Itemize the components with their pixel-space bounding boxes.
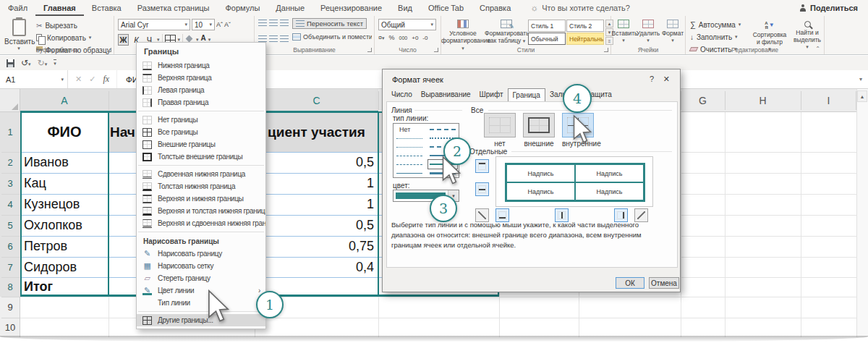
share-button[interactable]: Поделиться [799,4,858,12]
menu-item[interactable]: Нижняя граница [137,59,265,72]
row-header-5[interactable]: 5 [0,215,20,236]
bold-button[interactable]: Ж [118,34,129,46]
style-item[interactable]: Стиль 1 [528,20,566,32]
tab-review[interactable]: Рецензирование [312,0,390,16]
line-style-none[interactable]: Нет [395,125,424,134]
tab-view[interactable]: Вид [390,0,420,16]
copy-button[interactable]: Копировать▾ [36,33,111,43]
save-icon[interactable] [7,59,14,67]
style-item-neutral[interactable]: Нейтральный [566,33,604,45]
menu-item[interactable]: Верхняя и сдвоенная нижняя границы [137,217,265,229]
align-center-icon[interactable] [269,35,278,43]
tab-insert[interactable]: Вставка [84,0,129,16]
align-right-icon[interactable] [280,35,289,43]
shrink-font-button[interactable]: Аˇ [224,21,231,28]
preset-none-button[interactable] [484,113,516,137]
merge-center-button[interactable]: Объединить и поместить в центре▾ [292,33,372,41]
name-box[interactable]: A1▾ [0,70,68,88]
row-header-7[interactable]: 7 [0,257,20,277]
cancel-button[interactable]: Отмена [649,277,679,289]
close-icon[interactable]: ✕ [663,75,670,84]
menu-item[interactable]: Все границы [137,126,265,138]
dialog-launcher-icon[interactable] [367,48,372,52]
font-name-combo[interactable]: Arial Cyr▾ [118,19,190,30]
dialog-tab-font[interactable]: Шрифт [475,88,508,102]
menu-item[interactable]: Цвет линии› [137,284,265,297]
menu-item[interactable]: Нарисовать границу [137,247,265,260]
menu-item[interactable]: Стереть границу [137,272,265,284]
row-header-2[interactable]: 2 [0,152,20,173]
increase-decimal-button[interactable]: +0 [412,35,418,41]
menu-item[interactable]: Толстые внешние границы [137,151,265,163]
decrease-decimal-button[interactable]: -0 [422,35,427,41]
dialog-tab-number[interactable]: Число [387,88,417,102]
tab-file[interactable]: Файл [0,0,35,16]
grow-font-button[interactable]: Аˆ [216,21,223,28]
tell-me-box[interactable]: ☼Что вы хотите сделать? [530,3,630,13]
line-style-option[interactable] [395,169,424,177]
redo-icon[interactable]: ↻▾ [38,58,48,68]
row-header-8[interactable]: 8 [0,277,20,297]
scroll-up-icon[interactable]: ▲ [857,90,867,102]
font-size-combo[interactable]: 10▾ [192,19,215,30]
menu-item[interactable]: Верхняя граница [137,72,265,84]
align-top-icon[interactable] [258,20,267,27]
number-format-combo[interactable]: Общий▾ [378,19,436,30]
format-as-table-button[interactable]: ✎ Форматировать как таблицу ▾ [485,16,528,45]
ok-button[interactable]: ОК [616,277,644,289]
style-item-current[interactable]: Обычный [528,33,566,45]
insert-function-icon[interactable]: fx [103,74,109,85]
align-middle-icon[interactable] [269,20,278,27]
tab-help[interactable]: Справка [472,0,519,16]
menu-item[interactable]: Сдвоенная нижняя граница [137,168,265,180]
dialog-launcher-icon[interactable] [604,48,608,52]
tab-home[interactable]: Главная [35,0,84,16]
menu-item[interactable]: Толстая нижняя граница [137,180,265,192]
vertical-scrollbar[interactable] [856,89,868,337]
line-style-option[interactable] [428,125,457,134]
row-header-6[interactable]: 6 [0,236,20,257]
dialog-tab-border[interactable]: Граница [508,88,545,102]
menu-item[interactable]: Нет границы [137,114,265,126]
dialog-launcher-icon[interactable] [107,48,111,52]
cut-button[interactable]: ✂Вырезать [36,20,111,30]
collapse-ribbon-icon[interactable]: ⌃ [815,46,820,52]
menu-item[interactable]: Левая граница [137,84,265,96]
customize-toolbar-icon[interactable]: ▾ [54,59,56,67]
align-bottom-icon[interactable] [280,20,289,27]
fill-button[interactable]: ↓Заполнить▾ [690,32,741,42]
tab-office-tab[interactable]: Office Tab [420,0,472,16]
wrap-text-button[interactable]: Переносить текст [292,18,367,29]
line-style-option[interactable] [395,134,424,143]
currency-format-button[interactable]: ¤▾ [378,34,385,41]
row-header-10[interactable]: 10 [0,318,20,337]
tab-formulas[interactable]: Формулы [217,0,268,16]
undo-icon[interactable]: ↺▾ [21,58,31,68]
cancel-entry-icon[interactable]: ✕ [75,75,82,84]
menu-item[interactable]: Верхняя и толстая нижняя границы [137,205,265,217]
help-icon[interactable]: ? [650,75,654,83]
menu-item[interactable]: Внешние границы [137,138,265,151]
menu-item[interactable]: Другие границы... [137,314,265,326]
tab-data[interactable]: Данные [268,0,312,16]
row-header-4[interactable]: 4 [0,194,20,215]
tab-page-layout[interactable]: Разметка страницы [129,0,218,16]
border-top-toggle[interactable] [475,159,489,173]
row-header-9[interactable]: 9 [0,297,20,318]
line-style-option[interactable] [395,143,424,151]
menu-item[interactable]: Тип линии› [137,297,265,309]
style-item[interactable]: Стиль 2 [566,20,604,32]
row-header-3[interactable]: 3 [0,173,20,194]
menu-item[interactable]: Правая граница [137,96,265,109]
line-style-option[interactable] [395,160,424,169]
dialog-launcher-icon[interactable] [434,48,438,52]
autosum-button[interactable]: ∑Автосумма▾ [690,20,741,30]
expand-formula-bar-icon[interactable]: ▾ [859,76,862,82]
row-header-1[interactable]: 1 [0,112,20,152]
menu-item[interactable]: Верхняя и нижняя границы [137,192,265,205]
comma-format-button[interactable]: 000 [399,35,408,41]
line-style-option[interactable] [395,151,424,160]
dialog-tab-alignment[interactable]: Выравнивание [417,88,475,102]
percent-format-button[interactable]: % [389,34,395,41]
menu-item[interactable]: Нарисовать сетку [137,260,265,272]
